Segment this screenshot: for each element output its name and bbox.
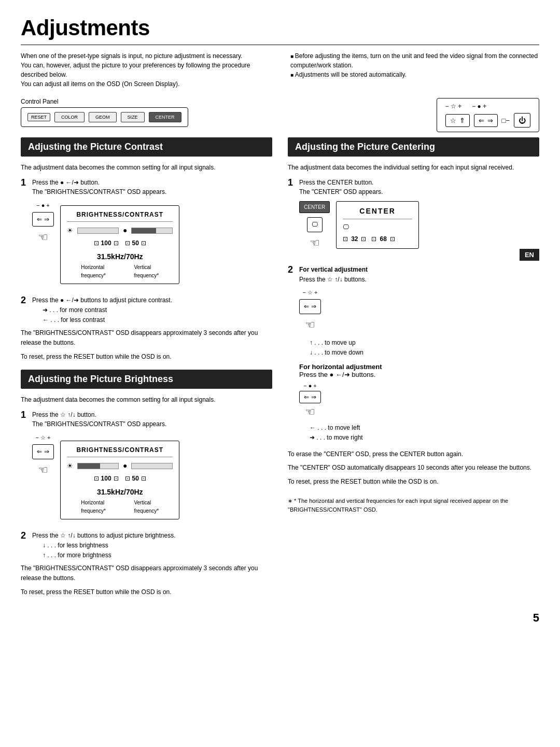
horiz-ctrl-diagram: − ● + ⇐ ⇒ ☞ [299,383,321,419]
contrast-dot-icon: ● [123,225,127,236]
center-button-panel[interactable]: CENTER [149,112,181,122]
horiz-dot-label: − ● + [303,383,317,389]
osd2-left-bracket: ⊡ [94,474,99,484]
centering-step1: 1 Press the CENTER button.The "CENTER" O… [288,178,539,256]
page-number: 5 [21,611,539,625]
brightness-osd-freq: 31.5kHz/70Hz [97,487,143,498]
brightness-h-freq-label: Horizontalfrequency* [81,499,106,515]
osd2-right-bracket2: ⊡ [141,474,146,484]
contrast-section-title: Adjusting the Picture Contrast [28,142,163,152]
osd-right-bracket2: ⊡ [141,238,146,248]
power-button[interactable]: ⏻ [514,113,530,128]
horiz-adjust-block: For horizontal adjustment Press the ● ←/… [299,363,539,443]
contrast-step2-text: Press the ● ←/➜ buttons to adjust pictur… [32,297,172,304]
brightness-ctrl-label: − ☆ + [36,433,51,442]
center-left-val: 32 [351,234,358,244]
horiz-left-btn[interactable]: ⇐ [304,393,309,401]
vert-sub-steps: ↑ . . . to move up ↓ . . . to move down [310,338,539,358]
geom-button[interactable]: GEOM [89,112,117,122]
color-button[interactable]: COLOR [54,112,85,122]
reset-button[interactable]: RESET [27,113,50,121]
size-button[interactable]: SIZE [121,112,145,122]
brightness-up-arrow[interactable]: ⇐ [37,447,42,457]
vertical-arrows-box: ☆ ⇑ [445,114,470,127]
vert-right-btn[interactable]: ⇒ [311,302,316,312]
brightness-step1: 1 Press the ☆ ↑/↓ button.The "BRIGHTNESS… [21,410,272,528]
center-right-bracket2: ⊡ [390,234,395,244]
en-badge-container: EN [288,259,539,261]
vert-ctrl-diagram: − ☆ + ⇐ ⇒ ☞ [299,288,321,334]
contrast-v-freq-label: Verticalfrequency* [134,263,159,279]
brightness-ctrl-diagram: − ☆ + ⇐ ⇒ ☞ [32,433,54,479]
vert-ctrl-box: ⇐ ⇒ [299,299,321,314]
brightness-section-title: Adjusting the Picture Brightness [28,374,173,384]
brightness-step2-num: 2 [21,531,29,560]
intro-line-2: You can, however, adjust the picture to … [21,61,270,79]
contrast-ctrl-label: − ● + [36,201,50,210]
brightness-step1-text: Press the ☆ ↑/↓ button.The "BRIGHTNESS/C… [32,411,166,428]
footnote: ∗ * The horizontal and vertical frequenc… [288,497,539,514]
intro-right: Before adjusting the items, turn on the … [290,51,539,89]
brightness-down-arrow[interactable]: ⇒ [44,447,49,457]
right-arrow-icon[interactable]: ⇒ [487,117,493,124]
control-panel-section: Control Panel RESET COLOR GEOM SIZE CENT… [21,98,539,132]
horiz-right-btn[interactable]: ⇒ [311,393,316,401]
move-right-text: ➜ . . . to move right [310,433,539,443]
control-panel-box: RESET COLOR GEOM SIZE CENTER [21,107,188,127]
down-arrow-icon[interactable]: ☆ [450,117,456,124]
contrast-ctrl-box: ⇐ ⇒ [32,212,54,227]
control-panel-label: Control Panel [21,98,270,105]
brightness-sun-icon: ☀ [67,225,73,236]
osd2-right-bracket1: ⊡ [114,474,119,484]
brightness-hand-icon: ☞ [38,461,48,479]
brightness-step2: 2 Press the ☆ ↑/↓ buttons to adjust pict… [21,531,272,560]
centering-header-row: Adjusting the Picture Centering [288,137,539,163]
brightness-osd-freq-labels: Horizontalfrequency* Verticalfrequency* [67,499,173,515]
contrast-osd-freq: 31.5kHz/70Hz [97,251,143,263]
brightness-ctrl-box: ⇐ ⇒ [32,444,54,459]
brightness-osd-diagram: BRIGHTNESS/CONTRAST ☀ ● ⊡ [60,441,179,520]
brightness-section-header: Adjusting the Picture Brightness [21,370,272,389]
contrast-osd-title: BRIGHTNESS/CONTRAST [67,210,173,222]
left-arrow-icon[interactable]: ⇐ [479,117,484,124]
center-right-val: 68 [380,234,386,244]
horiz-hand-icon: ☞ [305,405,315,419]
center-osd-screen-icon: 🖵 [343,222,349,232]
contrast2-bar [131,463,173,469]
centering-step1-text: Press the CENTER button.The "CENTER" OSD… [299,179,383,196]
brightness2-bar [77,463,119,469]
vert-hand-icon: ☞ [305,316,315,334]
contrast-step2: 2 Press the ● ←/➜ buttons to adjust pict… [21,295,272,325]
brightness-up-text: ↑ . . . for more brightness [43,551,272,560]
contrast-description: The adjustment data becomes the common s… [21,163,272,173]
contrast-step2-num: 2 [21,295,29,325]
brightness-osd-title: BRIGHTNESS/CONTRAST [67,445,173,458]
main-columns: Adjusting the Picture Contrast The adjus… [21,137,539,601]
vert-left-btn[interactable]: ⇐ [304,302,309,312]
contrast-step2-content: Press the ● ←/➜ buttons to adjust pictur… [32,295,272,325]
move-up-text: ↑ . . . to move up [310,338,539,348]
center-button-display[interactable]: CENTER [299,201,330,214]
contrast-sub-steps: ➜ . . . for more contrast ← . . . for le… [43,305,272,325]
contrast-left-arrow[interactable]: ⇐ [37,215,42,224]
horiz-sub-steps: ← . . . to move left ➜ . . . to move rig… [310,423,539,443]
title-divider [21,45,539,45]
center-osd-title: CENTER [343,206,412,220]
contrast-right-arrow[interactable]: ⇒ [44,215,49,224]
intro-bullet-1: Before adjusting the items, turn on the … [290,51,539,70]
contrast-info2: To reset, press the RESET button while t… [21,352,272,362]
contrast-ctrl-diagram: − ● + ⇐ ⇒ ☞ [32,201,54,247]
brightness-step2-content: Press the ☆ ↑/↓ buttons to adjust pictur… [32,531,272,560]
brightness-v-freq-label: Verticalfrequency* [134,499,159,515]
centering-step2-content: For vertical adjustment Press the ☆ ↑/↓ … [299,265,539,358]
center-controls-row: ⊡ 32 ⊡ ⊡ 68 ⊡ [343,234,412,244]
contrast-more-text: ➜ . . . for more contrast [43,305,272,315]
contrast-step1-content: Press the ● ←/➜ button.The "BRIGHTNESS/C… [32,178,272,293]
vert-sun-label: − ☆ + [303,288,318,297]
center-hand-icon: ☞ [310,234,320,252]
up-arrow-icon[interactable]: ⇑ [459,117,465,124]
brightness-info1: The "BRIGHTNESS/CONTRAST" OSD disappears… [21,563,272,583]
contrast-osd-freq-labels: Horizontalfrequency* Verticalfrequency* [67,263,173,279]
center-ctrl-diagram: CENTER 🖵 ☞ [299,201,330,252]
page-title: Adjustments [21,16,539,40]
